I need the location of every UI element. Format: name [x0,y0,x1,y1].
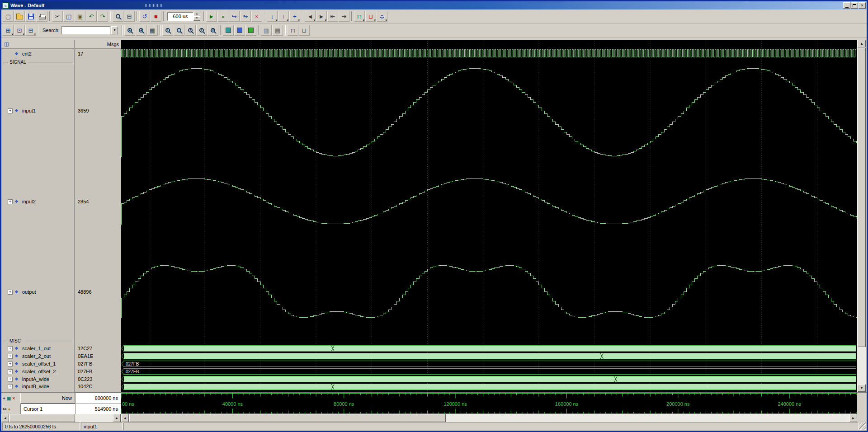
cut-button[interactable]: ✂ [52,11,63,22]
jump-to-start-button[interactable]: ⇤ [327,11,338,22]
redo-button[interactable]: ↷ [97,11,108,22]
break-button[interactable]: × [251,11,262,22]
signal-row-cnt2[interactable]: ◆cnt2 [1,50,74,58]
names-column-header[interactable]: ◫ [1,40,74,49]
expand-scaler_offset_2-button[interactable]: + [8,369,13,374]
paste-button[interactable]: ▣ [75,11,85,22]
names-scroll-thumb[interactable] [9,414,75,422]
msgs-column-header[interactable]: Msgs [75,40,122,49]
close-button[interactable]: × [859,2,866,9]
pane-view-green-button[interactable] [245,25,256,36]
signal-value-input1[interactable]: 3659 [78,107,121,115]
titlebar-drag-handle[interactable] [144,4,162,7]
stop-simulation-button[interactable]: ■ [151,11,161,22]
signal-value-scaler_offset_1[interactable]: 027FB [78,360,121,368]
any-edge-search-button[interactable]: ≎ [377,11,387,22]
next-transition-button[interactable]: ↑ [278,11,289,22]
names-horizontal-scrollbar[interactable]: ◄ ► [1,414,121,422]
zoom-range-button[interactable]: r [196,25,207,36]
scroll-down-icon[interactable]: ▼ [858,384,866,392]
search-next-button[interactable]: ▸ [124,25,135,36]
copy-button[interactable]: ◫ [63,11,74,22]
signal-value-scaler_2_out[interactable]: 0EA1E [78,352,121,360]
pane-view-blue-button[interactable] [234,25,245,36]
signal-row-inputB_wide[interactable]: +◆inputB_wide [1,383,74,390]
insert-cursor-button[interactable]: + [289,11,300,22]
scroll-up-icon[interactable]: ▲ [858,40,866,47]
signal-row-scaler_2_out[interactable]: +◆scaler_2_out [1,352,74,360]
vertical-scroll-thumb[interactable] [858,48,866,347]
zoom-out-button[interactable]: − [174,25,184,36]
expand-scaler_offset_1-button[interactable]: + [8,362,13,366]
expand-input2-button[interactable]: + [8,199,13,204]
cursor1-value[interactable]: 514900 ns [75,404,121,414]
open-folder-button[interactable] [14,11,25,22]
signal-row-output[interactable]: +◆output [1,288,74,296]
edge-right-button[interactable]: ⊔ [299,25,310,36]
run-length-increment-button[interactable]: ▲ [193,12,200,16]
continue-run-button[interactable]: » [217,11,228,22]
run-length-decrement-button[interactable]: ▼ [193,16,200,21]
delete-cursor-icon[interactable]: × [12,396,15,401]
new-document-button[interactable]: ▢ [3,11,14,22]
signal-row-inputA_wide[interactable]: +◆inputA_wide [1,376,74,383]
search-input[interactable] [61,26,110,34]
wave-vertical-scrollbar[interactable]: ▲ ▼ [857,40,866,392]
signal-value-scaler_1_out[interactable]: 12C27 [78,345,121,352]
expand-scaler_1_out-button[interactable]: + [8,346,13,351]
minimize-button[interactable] [843,2,850,9]
undo-button[interactable]: ↶ [86,11,97,22]
select-cursor-icon[interactable]: ▣ [7,396,11,401]
wave-scaler_1_out[interactable] [122,345,856,352]
edge-left-button[interactable]: ⊓ [288,25,298,36]
expand-scaler_2_out-button[interactable]: + [8,354,13,359]
signal-row-scaler_offset_2[interactable]: +◆scaler_offset_2 [1,368,74,376]
scroll-left-icon[interactable]: ◄ [1,414,9,422]
search-reverse-button[interactable]: ◄ [305,11,316,22]
wave-scaler_2_out[interactable] [122,353,856,359]
wave-cnt2[interactable] [121,49,856,57]
signal-value-inputB_wide[interactable]: 1042C [78,383,121,390]
zoom-in-button[interactable]: + [162,25,173,36]
maximize-button[interactable] [851,2,858,9]
wave-horizontal-scrollbar[interactable]: ◄ ► [121,414,857,422]
wave-scroll-left-icon[interactable]: ◄ [121,414,129,422]
signal-value-cnt2[interactable]: 17 [78,50,121,58]
rising-edge-search-button[interactable]: ⊓ [354,11,365,22]
expand-inputA_wide-button[interactable]: + [8,377,13,382]
step-over-button[interactable]: ↬ [240,11,251,22]
insert-mode-button[interactable]: ⊡ [14,25,25,36]
expand-view-button[interactable]: ▤ [272,25,283,36]
signal-row-input2[interactable]: +◆input2 [1,198,74,206]
wave-inputA_wide[interactable] [122,376,856,382]
expand-output-button[interactable]: + [8,290,13,295]
zoom-full-button[interactable]: f [185,25,196,36]
expand-input1-button[interactable]: + [8,108,13,113]
wave-scroll-right-icon[interactable]: ► [849,414,857,422]
signal-value-inputA_wide[interactable]: 0C223 [78,376,121,383]
grid-settings-button[interactable]: ▥ [261,25,272,36]
zoom-cursor-button[interactable]: c [208,25,218,36]
signal-row-scaler_1_out[interactable]: +◆scaler_1_out [1,345,74,352]
pane-view-teal-button[interactable] [223,25,234,36]
add-to-wave-button[interactable]: ⊞ [3,25,14,36]
search-forward-button[interactable]: ► [316,11,327,22]
save-button[interactable] [25,11,36,22]
expand-inputB_wide-button[interactable]: + [8,384,13,389]
signal-row-scaler_offset_1[interactable]: +◆scaler_offset_1 [1,360,74,368]
search-previous-button[interactable]: ◂ [136,25,146,36]
print-button[interactable] [37,11,47,22]
lock-cursor-icon[interactable]: ● [8,407,10,412]
run-button[interactable]: ► [206,11,217,22]
waveform-canvas[interactable]: 027FB027FB [121,40,857,392]
add-cursor-icon[interactable]: + [3,396,5,401]
previous-transition-button[interactable]: ↓ [267,11,278,22]
restart-simulation-button[interactable]: ↺ [139,11,150,22]
resize-grip[interactable] [859,423,866,430]
run-length-field[interactable]: 600 us [167,12,193,21]
wave-scroll-thumb[interactable] [129,414,446,422]
titlebar[interactable]: ≈ Wave - Default × [1,1,867,9]
signal-value-input2[interactable]: 2854 [78,198,121,206]
falling-edge-search-button[interactable]: ⊔ [365,11,376,22]
signal-value-output[interactable]: 48896 [78,288,121,296]
